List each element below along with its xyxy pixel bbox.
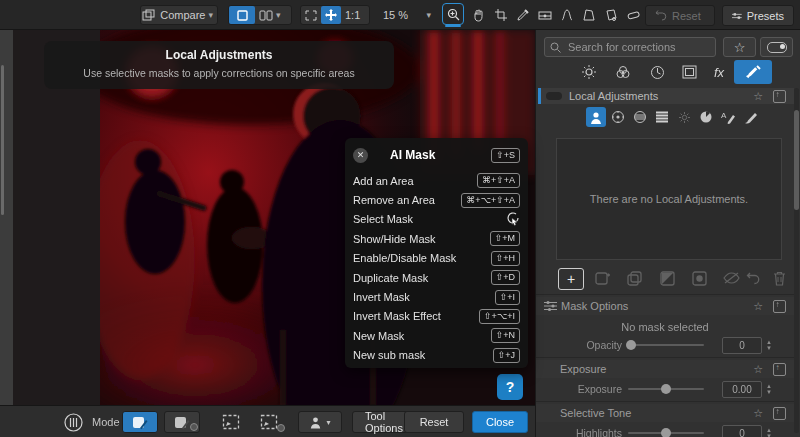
distortion-tool-icon[interactable]	[602, 6, 620, 24]
hand-tool-icon[interactable]	[470, 6, 488, 24]
perspective-tool-icon[interactable]	[580, 6, 598, 24]
exposure-header[interactable]: Exposure	[536, 360, 794, 378]
crop-tool-icon[interactable]	[492, 6, 510, 24]
opacity-stepper[interactable]	[766, 339, 772, 351]
reset-button-top[interactable]: Reset	[645, 5, 715, 26]
color-range-tool-button[interactable]	[696, 107, 716, 127]
control-point-tool-button[interactable]	[608, 107, 628, 127]
selective-tone-title: Selective Tone	[560, 407, 753, 419]
detail-icon	[650, 65, 665, 80]
slider-thumb[interactable]	[661, 384, 671, 394]
compare-button[interactable]: Compare	[140, 5, 218, 25]
left-scrollbar[interactable]	[1, 65, 4, 215]
sidebar-scrollbar-thumb[interactable]	[794, 110, 799, 210]
exposure-stepper[interactable]	[766, 383, 772, 395]
highlights-stepper[interactable]	[766, 427, 772, 437]
panel-title: Local Adjustments	[569, 90, 753, 102]
add-mask-button[interactable]: +	[558, 268, 584, 290]
zoom-tool-button[interactable]	[442, 3, 464, 25]
menu-item-select-mask[interactable]: Select Mask	[353, 210, 520, 229]
panel-menu-icon[interactable]	[773, 90, 786, 103]
selective-tone-header[interactable]: Selective Tone	[536, 404, 794, 422]
selection-add-button[interactable]	[214, 411, 248, 433]
fit-screen-button[interactable]	[301, 6, 321, 24]
search-box[interactable]	[544, 37, 716, 57]
reshape-tool-icon[interactable]	[558, 6, 576, 24]
hide-mask-overlay-button[interactable]	[720, 268, 742, 288]
close-icon[interactable]	[353, 148, 368, 163]
luminosity-mask-tool-button[interactable]	[674, 107, 694, 127]
toggle-icon	[767, 42, 787, 53]
section-menu-icon[interactable]	[773, 300, 786, 313]
menu-item-new-sub-mask[interactable]: New sub mask ⇧+J	[353, 346, 520, 365]
menu-item-add-area[interactable]: Add an Area ⌘+⇧+A	[353, 171, 520, 190]
section-star-icon[interactable]	[753, 363, 763, 376]
pan-zoom-button[interactable]	[321, 6, 341, 24]
section-menu-icon[interactable]	[773, 363, 786, 376]
menu-item-enable-disable-mask[interactable]: Enable/Disable Mask ⇧+H	[353, 249, 520, 268]
presets-button[interactable]: Presets	[722, 5, 794, 26]
panel-enable-toggle[interactable]	[546, 92, 562, 100]
tooltip-subtitle: Use selective masks to apply corrections…	[56, 67, 382, 79]
show-mask-button[interactable]	[688, 268, 710, 288]
effects-palette-button[interactable]: fx	[706, 60, 732, 84]
brush-icon	[743, 110, 758, 124]
slider-thumb[interactable]	[626, 340, 636, 350]
slider-thumb[interactable]	[661, 428, 671, 437]
one-to-one-button[interactable]: 1:1	[341, 6, 364, 24]
zoom-level-dropdown[interactable]: 15 %	[378, 5, 436, 25]
ai-mask-tool-button[interactable]	[586, 107, 606, 127]
control-line-tool-button[interactable]	[630, 107, 650, 127]
close-button[interactable]: Close	[472, 411, 528, 433]
highlights-slider[interactable]	[628, 432, 704, 434]
reset-button-bottom[interactable]: Reset	[404, 411, 464, 433]
delete-mask-button[interactable]	[768, 268, 790, 288]
light-palette-button[interactable]	[576, 60, 602, 84]
color-wheel-icon	[699, 110, 713, 124]
exposure-slider[interactable]	[628, 388, 704, 390]
single-view-button[interactable]	[229, 6, 255, 24]
undo-mask-button[interactable]	[742, 268, 764, 288]
subject-picker-dropdown[interactable]: ▾	[298, 411, 342, 433]
opacity-slider[interactable]	[628, 344, 704, 346]
graduated-filter-tool-button[interactable]	[652, 107, 672, 127]
menu-item-invert-mask-effect[interactable]: Invert Mask Effect ⇧+⌥+I	[353, 307, 520, 326]
opacity-value[interactable]: 0	[722, 337, 762, 354]
mask-options-header[interactable]: Mask Options	[536, 297, 794, 315]
menu-item-duplicate-mask[interactable]: Duplicate Mask ⇧+D	[353, 268, 520, 287]
new-mask-from-button[interactable]	[592, 268, 614, 288]
section-star-icon[interactable]	[753, 300, 763, 313]
local-adjustments-panel-header[interactable]: Local Adjustments	[538, 88, 794, 104]
duplicate-mask-button[interactable]	[624, 268, 646, 288]
menu-item-new-mask[interactable]: New Mask ⇧+N	[353, 326, 520, 345]
menu-item-show-hide-mask[interactable]: Show/Hide Mask ⇧+M	[353, 229, 520, 248]
mode-subtract-button[interactable]	[164, 411, 200, 433]
menu-item-invert-mask[interactable]: Invert Mask ⇧+I	[353, 287, 520, 306]
detail-palette-button[interactable]	[644, 60, 670, 84]
search-input[interactable]	[566, 40, 700, 54]
favorites-filter-button[interactable]	[723, 37, 756, 57]
mask-settings-button[interactable]	[62, 411, 84, 433]
mode-add-button[interactable]	[122, 411, 158, 433]
panel-favorite-star-icon[interactable]	[753, 90, 763, 103]
section-star-icon[interactable]	[753, 407, 763, 420]
luminosity-icon	[678, 111, 691, 124]
color-palette-button[interactable]	[610, 60, 636, 84]
active-corrections-toggle[interactable]	[760, 37, 793, 57]
geometry-palette-button[interactable]	[676, 60, 702, 84]
selection-subtract-button[interactable]	[252, 411, 286, 433]
help-button[interactable]: ?	[497, 374, 523, 400]
section-menu-icon[interactable]	[773, 407, 786, 420]
brush-tool-button[interactable]	[740, 107, 760, 127]
horizon-tool-icon[interactable]	[536, 6, 554, 24]
exposure-value[interactable]: 0.00	[722, 381, 762, 398]
highlights-value[interactable]: 0	[722, 425, 762, 437]
invert-mask-button[interactable]	[656, 268, 678, 288]
color-picker-icon[interactable]	[514, 6, 532, 24]
exposure-slider-row: Exposure 0.00	[540, 382, 790, 396]
eraser-tool-icon[interactable]	[624, 6, 642, 24]
menu-item-remove-area[interactable]: Remove an Area ⌘+⌥+⇧+A	[353, 190, 520, 209]
split-view-button[interactable]	[255, 6, 285, 24]
local-adjustments-palette-button[interactable]	[734, 60, 772, 84]
auto-mask-brush-tool-button[interactable]: A	[718, 107, 738, 127]
